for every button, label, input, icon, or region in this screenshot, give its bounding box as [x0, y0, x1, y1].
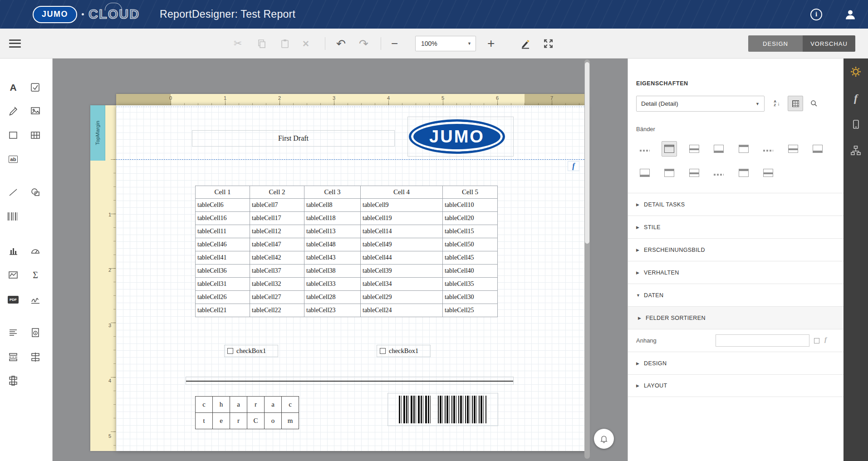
tab-vorschau[interactable]: VORSCHAU — [803, 35, 855, 52]
band-top-margin[interactable] — [637, 141, 652, 157]
comb-cell[interactable]: o — [265, 413, 282, 429]
section-felder-sortieren[interactable]: ▶ FELDER SORTIEREN — [628, 306, 844, 329]
character-comb-tool[interactable]: ab — [6, 152, 20, 166]
comb-cell[interactable]: t — [196, 413, 213, 429]
band-vertical-detail[interactable] — [736, 165, 751, 181]
picture-element-logo[interactable]: JUMO — [407, 117, 514, 157]
table-cell[interactable]: tableCell20 — [443, 212, 498, 225]
comb-cell[interactable]: c — [282, 397, 299, 413]
section-daten[interactable]: ▼ DATEN — [628, 284, 844, 306]
detail-band-separator[interactable] — [116, 159, 587, 160]
table-header-cell[interactable]: Cell 2 — [250, 186, 304, 199]
device-preview-tab[interactable] — [843, 111, 868, 137]
section-verhalten[interactable]: ▶ VERHALTEN — [628, 261, 844, 284]
anhang-checkbox[interactable] — [814, 338, 819, 343]
table-cell[interactable]: tableCell6 — [196, 199, 250, 212]
section-erscheinungsbild[interactable]: ▶ ERSCHEINUNGSBILD — [628, 238, 844, 261]
shape-tool[interactable] — [29, 186, 42, 199]
comb-cell[interactable]: r — [247, 397, 265, 413]
zoom-in-button[interactable]: + — [487, 36, 495, 51]
table-cell[interactable]: tableCell21 — [196, 304, 250, 317]
section-detail-tasks[interactable]: ▶ DETAIL TASKS — [628, 193, 844, 216]
band-detail-report[interactable] — [662, 165, 677, 181]
table-cell[interactable]: tableCell7 — [250, 199, 304, 212]
checkbox-tool[interactable] — [29, 81, 42, 94]
comb-cell[interactable]: r — [230, 413, 247, 429]
undo-icon[interactable]: ↶ — [336, 37, 346, 50]
table-cell[interactable]: tableCell23 — [304, 304, 361, 317]
pivot-grid-tool[interactable]: Σ — [29, 268, 42, 282]
canvas-scrollbar-thumb[interactable] — [585, 62, 589, 244]
table-cell[interactable]: tableCell50 — [443, 238, 498, 251]
expressions-tab[interactable]: f — [843, 85, 868, 111]
table-cell[interactable]: tableCell38 — [304, 265, 361, 278]
expression-fx-badge[interactable]: f — [568, 161, 579, 171]
table-header-cell[interactable]: Cell 1 — [196, 186, 250, 199]
table-cell[interactable]: tableCell32 — [250, 278, 304, 291]
table-cell[interactable]: tableCell19 — [361, 212, 443, 225]
comb-cell[interactable]: e — [213, 413, 230, 429]
table-header-cell[interactable]: Cell 4 — [361, 186, 443, 199]
info-button[interactable]: i — [810, 9, 822, 20]
picture-tool[interactable] — [29, 104, 42, 118]
label-element-first-draft[interactable]: First Draft — [192, 130, 395, 147]
character-comb-element[interactable]: c h a r a c t e r C o m — [195, 396, 299, 429]
table-cell[interactable]: tableCell27 — [250, 291, 304, 304]
gauge-tool[interactable] — [29, 244, 42, 258]
line-tool[interactable] — [6, 186, 20, 199]
menu-button[interactable] — [9, 39, 21, 48]
table-cell[interactable]: tableCell48 — [304, 238, 361, 251]
table-cell[interactable]: tableCell26 — [196, 291, 250, 304]
table-cell[interactable]: tableCell36 — [196, 265, 250, 278]
band-detail[interactable] — [736, 141, 751, 157]
table-cell[interactable]: tableCell14 — [361, 225, 443, 238]
checkbox-element[interactable]: checkBox1 — [224, 345, 278, 357]
band-bottom-margin[interactable] — [637, 165, 652, 181]
band-group-footer[interactable] — [760, 141, 776, 157]
table-cell[interactable]: tableCell34 — [361, 278, 443, 291]
table-cell[interactable]: tableCell43 — [304, 251, 361, 265]
table-cell[interactable]: tableCell42 — [250, 251, 304, 265]
page-break-tool[interactable] — [6, 350, 20, 364]
section-stile[interactable]: ▶ STILE — [628, 216, 844, 238]
comb-cell[interactable]: a — [230, 397, 247, 413]
zoom-out-button[interactable]: − — [391, 36, 398, 50]
section-design[interactable]: ▶ DESIGN — [628, 352, 844, 374]
barcode-tool[interactable] — [6, 210, 20, 223]
table-header-cell[interactable]: Cell 3 — [304, 186, 361, 199]
table-cell[interactable]: tableCell22 — [250, 304, 304, 317]
section-layout[interactable]: ▶ LAYOUT — [628, 374, 844, 397]
band-vertical-total[interactable] — [760, 165, 776, 181]
band-page-footer[interactable] — [785, 141, 801, 157]
table-cell[interactable]: tableCell16 — [196, 212, 250, 225]
delete-icon[interactable]: ✕ — [302, 38, 309, 49]
copy-icon[interactable] — [256, 38, 267, 49]
paste-icon[interactable] — [280, 38, 290, 49]
table-cell[interactable]: tableCell29 — [361, 291, 443, 304]
table-element[interactable]: Cell 1 Cell 2 Cell 3 Cell 4 Cell 5 table… — [195, 186, 498, 317]
comb-cell[interactable]: c — [196, 397, 213, 413]
table-cell[interactable]: tableCell28 — [304, 291, 361, 304]
search-properties-button[interactable] — [806, 96, 822, 111]
band-group-header[interactable] — [711, 141, 726, 157]
anhang-input[interactable] — [716, 334, 809, 347]
table-cell[interactable]: tableCell35 — [443, 278, 498, 291]
band-report-footer[interactable] — [810, 141, 825, 157]
band-sub-band[interactable] — [687, 165, 702, 181]
comb-cell[interactable]: m — [282, 413, 299, 429]
table-cell[interactable]: tableCell45 — [443, 251, 498, 265]
sort-properties-button[interactable]: AZ ↓ — [769, 96, 785, 111]
top-margin-band-label[interactable]: TopMargin — [90, 105, 105, 161]
comb-cell[interactable]: h — [213, 397, 230, 413]
band-selector-dropdown[interactable]: Detail (Detail) ▼ — [636, 96, 765, 112]
comb-cell[interactable]: a — [265, 397, 282, 413]
fullscreen-button[interactable] — [543, 38, 554, 49]
table-cell[interactable]: tableCell8 — [304, 199, 361, 212]
table-of-contents-tool[interactable] — [6, 326, 20, 339]
table-cell[interactable]: tableCell13 — [304, 225, 361, 238]
panel-tool[interactable] — [6, 128, 20, 142]
cut-icon[interactable]: ✂ — [234, 38, 242, 49]
table-cell[interactable]: tableCell9 — [361, 199, 443, 212]
anhang-fx-icon[interactable]: f — [824, 336, 827, 343]
table-cell[interactable]: tableCell33 — [304, 278, 361, 291]
